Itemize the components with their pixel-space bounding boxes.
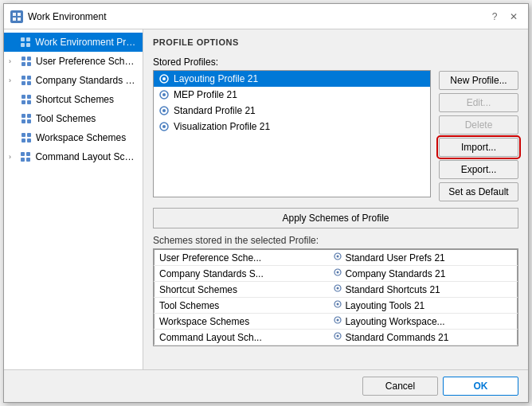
schemes-section: Schemes stored in the selected Profile: … (153, 235, 518, 361)
scheme-icon (333, 315, 342, 325)
svg-rect-10 (22, 62, 25, 66)
close-button[interactable]: ✕ (506, 9, 522, 25)
scheme-row: Company Standards S...Company Standards … (155, 266, 518, 282)
scheme-name-cell: Shortcut Schemes (155, 282, 329, 298)
sidebar-item-label: Tool Schemes (36, 113, 96, 124)
profile-icon (158, 73, 170, 84)
import-button[interactable]: Import... (439, 138, 518, 157)
scheme-name-cell: Tool Schemes (155, 298, 329, 314)
svg-rect-13 (27, 76, 31, 80)
svg-point-35 (162, 93, 166, 96)
profile-list-item[interactable]: MEP Profile 21 (154, 87, 430, 103)
sidebar-item-label: Workspace Schemes (36, 132, 126, 143)
help-button[interactable]: ? (487, 9, 503, 25)
arrow-icon: › (9, 76, 18, 84)
sidebar-item-company-standards[interactable]: ›Company Standards S... (4, 71, 143, 90)
sidebar-item-icon (20, 131, 33, 144)
set-default-button[interactable]: Set as Default (439, 182, 518, 201)
svg-rect-7 (26, 43, 30, 47)
svg-rect-4 (21, 37, 25, 41)
arrow-icon: › (9, 153, 18, 161)
sidebar-item-icon (20, 112, 33, 125)
scheme-icon (333, 283, 342, 293)
svg-point-49 (337, 319, 339, 322)
scheme-value-cell: Standard User Prefs 21 (328, 250, 517, 266)
svg-rect-0 (13, 13, 16, 16)
profile-list-item[interactable]: Layouting Profile 21 (154, 71, 430, 87)
schemes-table: User Preference Sche...Standard User Pre… (154, 249, 518, 345)
sidebar-item-command-layout[interactable]: ›Command Layout Sche... (4, 147, 143, 166)
svg-point-45 (337, 287, 339, 290)
svg-rect-2 (13, 18, 16, 21)
title-controls: ? ✕ (487, 9, 522, 25)
scheme-name-cell: Workspace Schemes (155, 314, 329, 330)
profile-list-item[interactable]: Standard Profile 21 (154, 103, 430, 119)
svg-rect-8 (22, 57, 25, 61)
main-content: Work Environment Profi...›User Preferenc… (4, 29, 528, 369)
profile-list-item[interactable]: Visualization Profile 21 (154, 119, 430, 135)
profile-icon (158, 121, 170, 132)
svg-rect-26 (22, 139, 25, 142)
scheme-row: Workspace SchemesLayouting Workspace... (155, 314, 518, 330)
svg-rect-18 (22, 100, 25, 104)
apply-btn-row: Apply Schemes of Profile (153, 208, 518, 228)
right-panel: PROFILE OPTIONS Stored Profiles: Layouti… (143, 29, 528, 369)
bottom-bar: Cancel OK (4, 369, 528, 402)
apply-schemes-button[interactable]: Apply Schemes of Profile (153, 208, 518, 228)
profiles-listbox[interactable]: Layouting Profile 21MEP Profile 21Standa… (153, 70, 431, 197)
profiles-list-container: Stored Profiles: Layouting Profile 21MEP… (153, 57, 431, 201)
cancel-button[interactable]: Cancel (362, 377, 438, 396)
scheme-name-cell: User Preference Sche... (155, 250, 329, 266)
sidebar-item-label: Shortcut Schemes (36, 94, 114, 105)
scheme-value-cell: Company Standards 21 (328, 266, 517, 282)
dialog-title: Work Environment (28, 11, 487, 22)
sidebar-item-work-env-profile[interactable]: Work Environment Profi... (4, 33, 143, 52)
svg-rect-3 (18, 18, 21, 21)
sidebar-item-user-pref-schemes[interactable]: ›User Preference Sche... (4, 52, 143, 71)
scheme-value-cell: Standard Shortcuts 21 (328, 282, 517, 298)
svg-rect-6 (21, 43, 25, 47)
sidebar-item-label: Company Standards S... (36, 75, 138, 86)
ok-button[interactable]: OK (443, 377, 518, 396)
stored-profiles-label: Stored Profiles: (153, 57, 431, 68)
svg-rect-19 (27, 100, 31, 104)
delete-button[interactable]: Delete (439, 115, 518, 135)
scheme-name-cell: Command Layout Sch... (155, 330, 329, 345)
svg-point-33 (162, 77, 166, 80)
profile-label: Layouting Profile 21 (174, 73, 258, 84)
profile-label: Visualization Profile 21 (174, 121, 270, 132)
schemes-container: User Preference Sche...Standard User Pre… (153, 248, 518, 346)
edit-button[interactable]: Edit... (439, 93, 518, 112)
svg-rect-12 (22, 76, 25, 80)
section-title: PROFILE OPTIONS (153, 37, 518, 47)
sidebar: Work Environment Profi...›User Preferenc… (4, 29, 143, 369)
profile-icon (158, 89, 170, 100)
title-bar: Work Environment ? ✕ (4, 4, 528, 29)
scheme-row: Shortcut SchemesStandard Shortcuts 21 (155, 282, 518, 298)
sidebar-item-icon (20, 93, 33, 106)
scheme-value-cell: Layouting Workspace... (328, 314, 517, 330)
svg-rect-27 (27, 139, 31, 142)
profiles-area: Stored Profiles: Layouting Profile 21MEP… (153, 57, 518, 201)
svg-rect-11 (27, 62, 31, 66)
sidebar-item-icon (20, 55, 33, 68)
sidebar-item-label: Work Environment Profi... (35, 37, 138, 48)
svg-rect-20 (22, 114, 25, 118)
scheme-row: User Preference Sche...Standard User Pre… (155, 250, 518, 266)
profile-buttons: New Profile... Edit... Delete Import... … (439, 57, 518, 201)
dialog-icon (10, 10, 23, 23)
sidebar-item-shortcut-schemes[interactable]: Shortcut Schemes (4, 90, 143, 109)
arrow-icon: › (9, 57, 18, 65)
svg-rect-25 (27, 133, 31, 137)
sidebar-item-icon (20, 74, 33, 87)
sidebar-item-workspace-schemes[interactable]: Workspace Schemes (4, 128, 143, 147)
scheme-value-cell: Layouting Tools 21 (328, 298, 517, 314)
scheme-row: Tool SchemesLayouting Tools 21 (155, 298, 518, 314)
svg-rect-29 (26, 152, 30, 156)
sidebar-item-tool-schemes[interactable]: Tool Schemes (4, 109, 143, 128)
export-button[interactable]: Export... (439, 160, 518, 179)
scheme-icon (333, 252, 342, 261)
new-profile-button[interactable]: New Profile... (439, 71, 518, 90)
scheme-row: Command Layout Sch...Standard Commands 2… (155, 330, 518, 345)
svg-rect-31 (26, 158, 30, 162)
